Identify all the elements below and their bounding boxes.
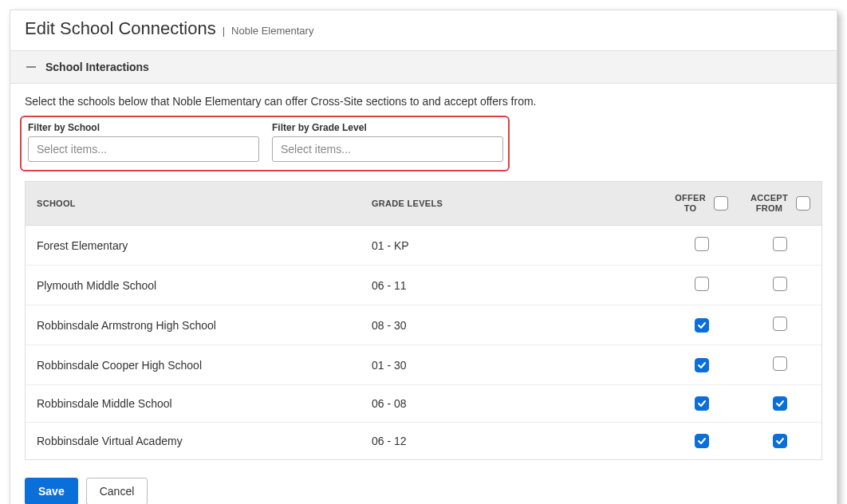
- collapse-icon: [25, 61, 37, 73]
- filter-by-school-input[interactable]: [28, 136, 259, 162]
- filter-by-grade-label: Filter by Grade Level: [272, 122, 503, 133]
- filter-by-school-label: Filter by School: [28, 122, 259, 133]
- page-header: Edit School Connections | Noble Elementa…: [10, 10, 837, 51]
- schools-table: SCHOOL GRADE LEVELS OFFER TO ACCEPT FROM: [25, 181, 822, 460]
- cancel-button[interactable]: Cancel: [86, 478, 148, 504]
- svg-rect-0: [26, 66, 36, 68]
- col-header-offer: OFFER TO: [664, 182, 739, 226]
- filter-by-grade: Filter by Grade Level: [272, 122, 503, 162]
- table-header-row: SCHOOL GRADE LEVELS OFFER TO ACCEPT FROM: [26, 182, 821, 226]
- offer-checkbox[interactable]: [695, 396, 709, 411]
- cell-school: Robbinsdale Cooper High School: [26, 345, 360, 385]
- cell-accept: [739, 423, 821, 460]
- cell-school: Plymouth Middle School: [26, 266, 360, 305]
- table-row: Robbinsdale Cooper High School01 - 30: [26, 345, 821, 385]
- cell-grade: 06 - 08: [360, 385, 664, 423]
- table-row: Robbinsdale Virtual Academy06 - 12: [26, 423, 821, 460]
- offer-all-checkbox[interactable]: [714, 196, 728, 211]
- offer-checkbox[interactable]: [695, 237, 709, 251]
- col-header-accept: ACCEPT FROM: [739, 182, 821, 226]
- cell-grade: 01 - KP: [360, 226, 664, 266]
- cell-grade: 06 - 12: [360, 423, 664, 460]
- cell-accept: [739, 385, 821, 423]
- cell-grade: 08 - 30: [360, 305, 664, 345]
- cell-offer: [664, 226, 739, 266]
- accept-checkbox[interactable]: [773, 237, 787, 251]
- page-subtitle: Noble Elementary: [231, 25, 313, 37]
- accept-checkbox[interactable]: [773, 396, 787, 411]
- filter-by-grade-input[interactable]: [272, 136, 503, 162]
- cell-school: Robbinsdale Virtual Academy: [26, 423, 360, 460]
- section-header[interactable]: School Interactions: [10, 51, 837, 84]
- cell-school: Robbinsdale Middle School: [26, 385, 360, 423]
- cell-offer: [664, 305, 739, 345]
- cell-accept: [739, 226, 821, 266]
- cell-grade: 01 - 30: [360, 345, 664, 385]
- accept-checkbox[interactable]: [773, 277, 787, 291]
- offer-checkbox[interactable]: [695, 318, 709, 333]
- accept-checkbox[interactable]: [773, 434, 787, 448]
- col-header-school[interactable]: SCHOOL: [26, 182, 360, 226]
- section-title: School Interactions: [45, 61, 149, 73]
- accept-checkbox[interactable]: [773, 356, 787, 371]
- page-title: Edit School Connections: [25, 18, 216, 39]
- col-header-grade[interactable]: GRADE LEVELS: [360, 182, 664, 226]
- cell-offer: [664, 423, 739, 460]
- footer: Save Cancel: [10, 470, 837, 504]
- cell-school: Forest Elementary: [26, 226, 360, 266]
- table-row: Robbinsdale Middle School06 - 08: [26, 385, 821, 423]
- filters-highlight: Filter by School Filter by Grade Level: [20, 116, 510, 171]
- col-header-accept-label: ACCEPT FROM: [750, 193, 788, 214]
- offer-checkbox[interactable]: [695, 434, 709, 448]
- cell-offer: [664, 345, 739, 385]
- cell-offer: [664, 385, 739, 423]
- table-row: Plymouth Middle School06 - 11: [26, 266, 821, 305]
- cell-school: Robbinsdale Armstrong High School: [26, 305, 360, 345]
- save-button[interactable]: Save: [25, 478, 78, 504]
- offer-checkbox[interactable]: [695, 358, 709, 372]
- cell-accept: [739, 266, 821, 305]
- col-header-offer-label: OFFER TO: [675, 193, 706, 214]
- cell-accept: [739, 305, 821, 345]
- accept-checkbox[interactable]: [773, 317, 787, 331]
- instructions-text: Select the schools below that Noble Elem…: [10, 84, 837, 116]
- page-title-separator: |: [223, 25, 225, 37]
- cell-offer: [664, 266, 739, 305]
- offer-checkbox[interactable]: [695, 277, 709, 291]
- cell-accept: [739, 345, 821, 385]
- table-row: Robbinsdale Armstrong High School08 - 30: [26, 305, 821, 345]
- accept-all-checkbox[interactable]: [796, 196, 810, 211]
- filter-by-school: Filter by School: [28, 122, 259, 162]
- window: Edit School Connections | Noble Elementa…: [10, 10, 837, 504]
- cell-grade: 06 - 11: [360, 266, 664, 305]
- table-row: Forest Elementary01 - KP: [26, 226, 821, 266]
